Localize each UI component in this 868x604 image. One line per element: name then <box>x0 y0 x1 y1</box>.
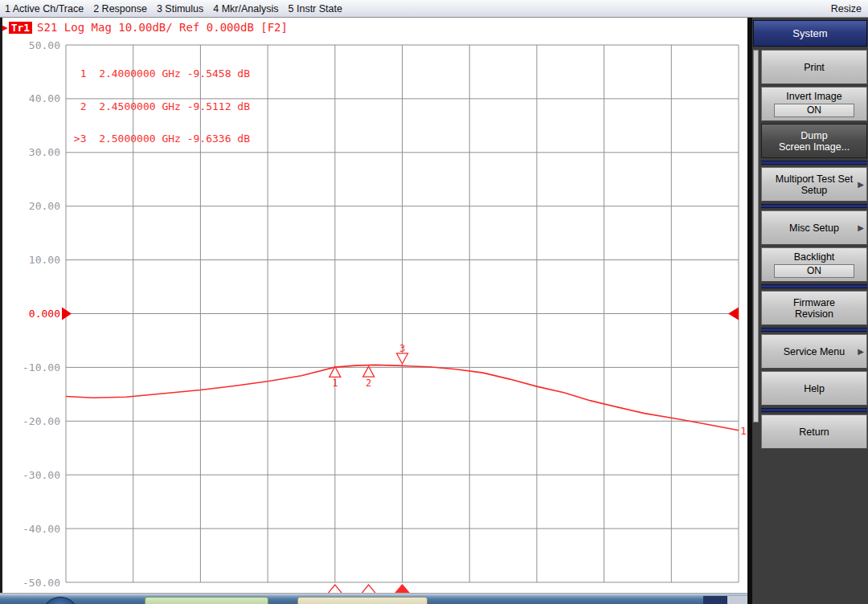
svg-text:2: 2 <box>366 378 371 389</box>
softkey-group-separator <box>761 284 867 288</box>
svg-text:-50.00: -50.00 <box>23 577 60 589</box>
trace-format-text: S21 Log Mag 10.00dB/ Ref 0.000dB [F2] <box>37 21 288 34</box>
taskbar-app-button-1[interactable] <box>145 597 268 604</box>
softkey-print[interactable]: Print <box>761 50 867 84</box>
window-left-edge <box>0 18 2 594</box>
softkey-label: Screen Image... <box>779 141 850 153</box>
svg-text:30.00: 30.00 <box>29 146 60 158</box>
softkey-label: Firmware <box>793 297 835 308</box>
marker-readout-line-3: >3 2.5000000 GHz -9.6336 dB <box>68 133 250 145</box>
softkey-multiport-test-set-setup[interactable]: Multiport Test Set Setup ▶ <box>761 167 867 202</box>
active-trace-pointer-icon: ▶ <box>2 22 8 33</box>
softkey-invert-image[interactable]: Invert Image ON <box>761 87 867 121</box>
softkey-label: Invert Image <box>786 91 841 102</box>
svg-text:50.00: 50.00 <box>29 39 60 51</box>
svg-text:10.00: 10.00 <box>29 254 60 266</box>
softkey-label: Service Menu <box>784 346 845 357</box>
app-window: 1 Active Ch/Trace 2 Response 3 Stimulus … <box>0 0 868 604</box>
softkey-label: Misc Setup <box>789 222 839 234</box>
menu-active-ch-trace[interactable]: 1 Active Ch/Trace <box>0 3 88 14</box>
svg-text:-20.00: -20.00 <box>23 415 60 427</box>
softkey-group-separator <box>761 161 867 165</box>
softkey-label: Dump <box>800 130 827 141</box>
softkey-firmware-revision[interactable]: Firmware Revision <box>761 291 867 325</box>
softkey-help[interactable]: Help <box>761 371 867 406</box>
svg-text:1: 1 <box>740 425 747 437</box>
invert-image-state: ON <box>774 104 854 117</box>
taskbar <box>0 594 747 604</box>
softkey-return[interactable]: Return <box>761 414 867 449</box>
softkey-label: Setup <box>801 185 828 196</box>
softkey-list: Print Invert Image ON Dump Screen Image.… <box>761 50 867 451</box>
trace-badge: Tr1 <box>9 22 32 34</box>
softkey-scroll-strip <box>753 50 759 422</box>
softkey-dump-screen-image[interactable]: Dump Screen Image... <box>761 124 867 158</box>
softkey-group-separator <box>761 204 867 208</box>
plot-main-area: 50.0040.0030.0020.0010.000.000-10.00-20.… <box>0 18 747 594</box>
backlight-state: ON <box>774 264 854 278</box>
marker-readout: 1 2.4000000 GHz -9.5458 dB 2 2.4500000 G… <box>68 47 250 166</box>
menu-bar: 1 Active Ch/Trace 2 Response 3 Stimulus … <box>0 0 868 18</box>
softkey-label: Revision <box>795 308 833 320</box>
marker-readout-line-2: 2 2.4500000 GHz -9.5112 dB <box>68 101 250 112</box>
svg-text:40.00: 40.00 <box>29 92 60 104</box>
svg-text:1: 1 <box>332 378 338 389</box>
svg-text:-30.00: -30.00 <box>23 469 60 481</box>
menu-instr-state[interactable]: 5 Instr State <box>284 3 347 14</box>
softkey-label: Multiport Test Set <box>776 173 853 185</box>
submenu-arrow-icon: ▶ <box>858 222 864 234</box>
submenu-arrow-icon: ▶ <box>858 346 864 357</box>
svg-text:3: 3 <box>399 343 405 354</box>
svg-text:0.000: 0.000 <box>29 308 60 320</box>
svg-text:-10.00: -10.00 <box>23 361 60 373</box>
taskbar-right-segment <box>703 596 727 604</box>
softkey-label: Print <box>804 62 825 73</box>
softkey-label: Backlight <box>794 251 835 263</box>
taskbar-app-button-2[interactable] <box>297 597 428 604</box>
softkey-group-separator <box>761 328 867 332</box>
trace-status-line: ▶ Tr1 S21 Log Mag 10.00dB/ Ref 0.000dB [… <box>2 21 288 34</box>
taskbar-right-light-segment <box>727 596 747 604</box>
softkey-misc-setup[interactable]: Misc Setup ▶ <box>761 210 867 245</box>
submenu-arrow-icon: ▶ <box>858 179 864 190</box>
menu-response[interactable]: 2 Response <box>88 3 152 14</box>
resize-button[interactable]: Resize <box>825 3 868 14</box>
menu-mkr-analysis[interactable]: 4 Mkr/Analysis <box>208 3 283 14</box>
softkey-label: Help <box>804 383 825 394</box>
softkey-service-menu[interactable]: Service Menu ▶ <box>761 334 867 369</box>
softkey-label: Return <box>799 426 829 438</box>
softkey-menu-title: System <box>753 20 867 47</box>
svg-text:-40.00: -40.00 <box>23 523 60 535</box>
softkey-group-separator <box>761 408 867 412</box>
softkey-backlight[interactable]: Backlight ON <box>761 247 867 282</box>
menu-stimulus[interactable]: 3 Stimulus <box>152 3 208 14</box>
marker-readout-line-1: 1 2.4000000 GHz -9.5458 dB <box>68 68 250 80</box>
start-button-orb[interactable] <box>42 597 79 604</box>
softkey-sidebar: System Print Invert Image ON Dump Screen… <box>752 18 868 604</box>
svg-text:20.00: 20.00 <box>29 200 60 212</box>
